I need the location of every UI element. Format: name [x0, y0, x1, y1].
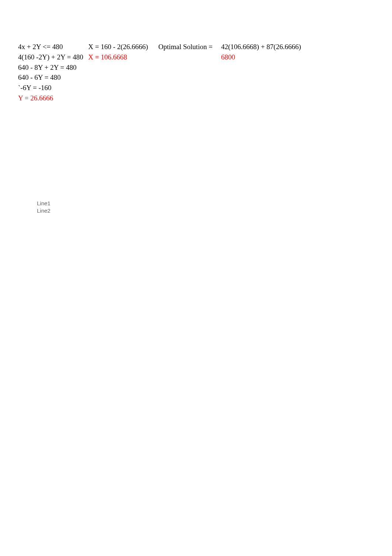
equation-row: 640 - 6Y = 480	[18, 73, 324, 82]
col3-line2	[158, 53, 221, 62]
equation-row: 4(160 -2Y) + 2Y = 480 X = 106.6668 6800	[18, 53, 324, 62]
chart-legend: Line1 Line2	[37, 200, 51, 214]
equation-row: `-6Y = -160	[18, 83, 324, 92]
legend-item-line2: Line2	[37, 207, 51, 214]
equation-row: Y = 26.6666	[18, 94, 324, 103]
col1-line1: 4x + 2Y <= 480	[18, 42, 88, 51]
equation-block: 4x + 2Y <= 480 X = 160 - 2(26.6666) Opti…	[18, 42, 324, 104]
col2-line2: X = 106.6668	[88, 53, 158, 62]
col3-line1: Optimal Solution =	[158, 42, 221, 51]
col1-line4: 640 - 6Y = 480	[18, 73, 88, 82]
col4-line1: 42(106.6668) + 87(26.6666)	[221, 42, 324, 51]
col4-line2: 6800	[221, 53, 324, 62]
col2-line1: X = 160 - 2(26.6666)	[88, 42, 158, 51]
col1-line3: 640 - 8Y + 2Y = 480	[18, 63, 88, 72]
equation-row: 4x + 2Y <= 480 X = 160 - 2(26.6666) Opti…	[18, 42, 324, 51]
col1-line5: `-6Y = -160	[18, 83, 88, 92]
col1-line2: 4(160 -2Y) + 2Y = 480	[18, 53, 88, 62]
col1-line6: Y = 26.6666	[18, 94, 88, 103]
legend-item-line1: Line1	[37, 200, 51, 207]
equation-row: 640 - 8Y + 2Y = 480	[18, 63, 324, 72]
